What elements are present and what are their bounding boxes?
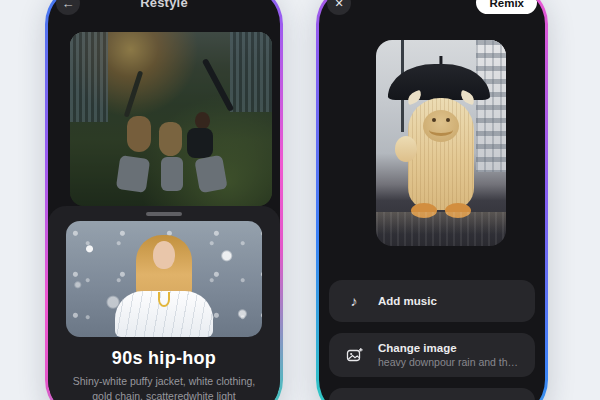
action-subtitle: heavy downpour rain and the furry monst… [378, 356, 519, 368]
left-phone-frame: ← Restyle 90s hip-hop Shin [45, 0, 283, 400]
monster-eye [432, 118, 436, 122]
wet-street-reflection [376, 212, 506, 246]
person-legs [161, 157, 183, 191]
sheet-drag-handle[interactable] [146, 212, 182, 216]
close-icon: ✕ [334, 0, 343, 10]
style-description: Shiny-white puffy jacket, white clothing… [70, 374, 258, 400]
person-arm [202, 58, 235, 112]
building-right [230, 32, 272, 112]
person-body [187, 128, 213, 158]
change-image-button[interactable]: Change image heavy downpour rain and the… [329, 333, 535, 377]
person-head [195, 112, 210, 129]
generated-video-preview [376, 40, 506, 246]
page-title: Restyle [48, 0, 280, 10]
right-phone-screen: ✕ Remix ♪ Add music [319, 0, 545, 400]
model-face [153, 241, 175, 269]
add-music-button[interactable]: ♪ Add music [329, 280, 535, 322]
monster-face [423, 110, 459, 142]
street-building [476, 40, 506, 172]
style-bottom-sheet: 90s hip-hop Shiny-white puffy jacket, wh… [48, 206, 280, 400]
source-photo-preview [70, 32, 272, 206]
style-preview-card[interactable] [66, 221, 262, 337]
monster-paw [395, 136, 417, 162]
style-title: 90s hip-hop [48, 348, 280, 369]
person-legs [195, 155, 228, 193]
right-phone-frame: ✕ Remix ♪ Add music [316, 0, 548, 400]
person-legs [116, 155, 150, 193]
change-animation-button[interactable]: Change animation [329, 388, 535, 400]
close-button[interactable]: ✕ [327, 0, 351, 15]
person-arm [123, 71, 143, 118]
person-head [159, 122, 182, 156]
left-phone-screen: ← Restyle 90s hip-hop Shin [48, 0, 280, 400]
person-head [127, 116, 151, 152]
action-list: ♪ Add music Change image heavy downp [329, 280, 535, 400]
building-left [70, 32, 108, 122]
action-label: Change image [378, 342, 519, 354]
model-gold-chain [158, 292, 170, 307]
monster-smile [429, 124, 453, 136]
image-add-icon [345, 347, 363, 364]
music-note-icon: ♪ [345, 293, 363, 309]
remix-button[interactable]: Remix [476, 0, 537, 14]
action-label: Add music [378, 295, 437, 307]
monster-eye [446, 118, 450, 122]
